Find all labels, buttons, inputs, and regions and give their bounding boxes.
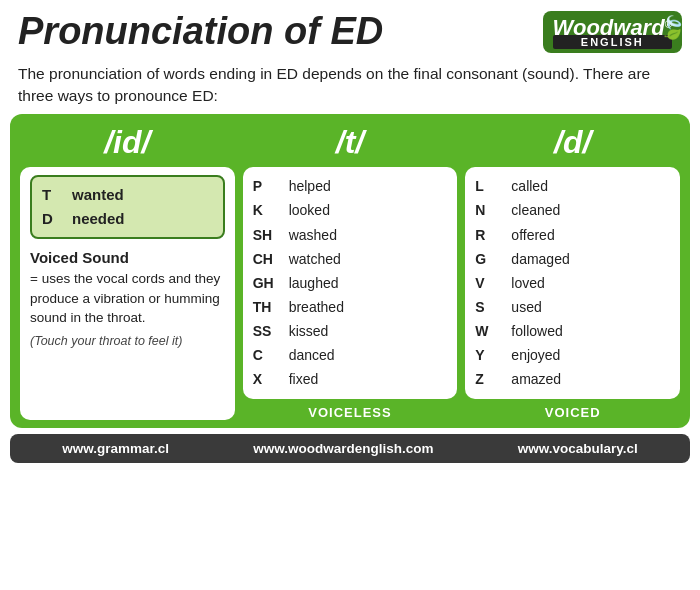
col-id-header: /id/ — [20, 124, 235, 161]
word: washed — [289, 224, 337, 247]
letter: SS — [253, 320, 279, 343]
letter: S — [475, 296, 501, 319]
voiced-body: = uses the vocal cords and they produce … — [30, 269, 225, 328]
list-item: T wanted — [42, 183, 213, 207]
word: watched — [289, 248, 341, 271]
word: helped — [289, 175, 331, 198]
word: offered — [511, 224, 554, 247]
letter: N — [475, 199, 501, 222]
logo: Woodward ® 🍃 ENGLISH — [543, 11, 682, 53]
col-t-footer: VOICELESS — [243, 405, 458, 420]
list-item: SHwashed — [253, 224, 448, 247]
letter: C — [253, 344, 279, 367]
letter: CH — [253, 248, 279, 271]
word: damaged — [511, 248, 569, 271]
list-item: Lcalled — [475, 175, 670, 198]
list-item: CHwatched — [253, 248, 448, 271]
list-item: GHlaughed — [253, 272, 448, 295]
list-item: Klooked — [253, 199, 448, 222]
footer-link-vocab[interactable]: www.vocabulary.cl — [518, 441, 638, 456]
id-words-box: T wanted D needed — [30, 175, 225, 239]
list-item: Roffered — [475, 224, 670, 247]
d-word-table: Lcalled Ncleaned Roffered Gdamaged Vlove… — [475, 175, 670, 391]
word: amazed — [511, 368, 561, 391]
word: looked — [289, 199, 330, 222]
list-item: Phelped — [253, 175, 448, 198]
logo-brand: Woodward — [553, 17, 665, 39]
letter: W — [475, 320, 501, 343]
letter: R — [475, 224, 501, 247]
word: breathed — [289, 296, 344, 319]
letter: Z — [475, 368, 501, 391]
col-id: /id/ T wanted D needed Voiced Sound = us… — [20, 124, 235, 420]
letter: V — [475, 272, 501, 295]
col-t: /t/ Phelped Klooked SHwashed CHwatched G… — [243, 124, 458, 420]
list-item: Yenjoyed — [475, 344, 670, 367]
id-letter-t: T — [42, 183, 60, 207]
word: enjoyed — [511, 344, 560, 367]
subtitle-text: The pronunciation of words ending in ED … — [0, 59, 700, 114]
letter: K — [253, 199, 279, 222]
list-item: Zamazed — [475, 368, 670, 391]
word: laughed — [289, 272, 339, 295]
letter: Y — [475, 344, 501, 367]
col-d-header: /d/ — [465, 124, 680, 161]
id-word-needed: needed — [72, 207, 125, 231]
list-item: SSkissed — [253, 320, 448, 343]
word: danced — [289, 344, 335, 367]
list-item: Vloved — [475, 272, 670, 295]
letter: GH — [253, 272, 279, 295]
letter: G — [475, 248, 501, 271]
col-t-box: Phelped Klooked SHwashed CHwatched GHlau… — [243, 167, 458, 399]
letter: L — [475, 175, 501, 198]
logo-leaf-icon: 🍃 — [659, 15, 686, 41]
footer-link-woodward[interactable]: www.woodwardenglish.com — [253, 441, 433, 456]
voiced-section: Voiced Sound = uses the vocal cords and … — [30, 247, 225, 350]
list-item: Wfollowed — [475, 320, 670, 343]
letter: TH — [253, 296, 279, 319]
letter: X — [253, 368, 279, 391]
list-item: THbreathed — [253, 296, 448, 319]
footer-bar: www.grammar.cl www.woodwardenglish.com w… — [10, 434, 690, 463]
main-content: /id/ T wanted D needed Voiced Sound = us… — [10, 114, 690, 428]
col-t-header: /t/ — [243, 124, 458, 161]
list-item: Ncleaned — [475, 199, 670, 222]
list-item: Cdanced — [253, 344, 448, 367]
word: followed — [511, 320, 562, 343]
col-d-box: Lcalled Ncleaned Roffered Gdamaged Vlove… — [465, 167, 680, 399]
word: kissed — [289, 320, 329, 343]
word: used — [511, 296, 541, 319]
t-word-table: Phelped Klooked SHwashed CHwatched GHlau… — [253, 175, 448, 391]
list-item: Sused — [475, 296, 670, 319]
list-item: Xfixed — [253, 368, 448, 391]
letter: SH — [253, 224, 279, 247]
voiced-note: (Touch your throat to feel it) — [30, 332, 225, 350]
page-header: Pronunciation of ED Woodward ® 🍃 ENGLISH — [0, 0, 700, 59]
word: fixed — [289, 368, 319, 391]
page-title: Pronunciation of ED — [18, 10, 383, 53]
list-item: Gdamaged — [475, 248, 670, 271]
footer-link-grammar[interactable]: www.grammar.cl — [62, 441, 169, 456]
col-d: /d/ Lcalled Ncleaned Roffered Gdamaged V… — [465, 124, 680, 420]
col-id-box: T wanted D needed Voiced Sound = uses th… — [20, 167, 235, 420]
word: loved — [511, 272, 544, 295]
letter: P — [253, 175, 279, 198]
word: cleaned — [511, 199, 560, 222]
voiced-title: Voiced Sound — [30, 249, 129, 266]
word: called — [511, 175, 548, 198]
id-letter-d: D — [42, 207, 60, 231]
id-word-wanted: wanted — [72, 183, 124, 207]
col-d-footer: VOICED — [465, 405, 680, 420]
list-item: D needed — [42, 207, 213, 231]
